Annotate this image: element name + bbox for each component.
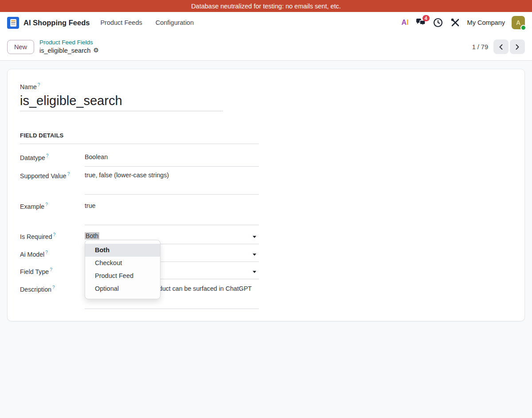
name-input[interactable] — [20, 93, 223, 111]
messages-icon[interactable]: 4 — [415, 17, 426, 28]
breadcrumb: Product Feed Fields is_eligible_search ⚙ — [39, 39, 99, 55]
section-title: FIELD DETAILS — [20, 132, 259, 144]
supported-value-value[interactable]: true, false (lower-case strings) — [85, 171, 259, 195]
datatype-label: Datatype? — [20, 152, 85, 167]
nav-menus: Product Feeds Configuration — [100, 19, 194, 26]
neutralized-banner: Database neutralized for testing: no ema… — [0, 0, 532, 12]
dropdown-option-both[interactable]: Both — [85, 244, 160, 257]
breadcrumb-current: is_eligible_search ⚙ — [39, 47, 99, 55]
is-required-help-marker[interactable]: ? — [53, 232, 56, 237]
field-type-label: Field Type? — [20, 266, 85, 279]
pager-value: 1 / 79 — [472, 43, 488, 51]
dropdown-option-product-feed[interactable]: Product Feed — [85, 270, 160, 282]
dropdown-option-optional[interactable]: Optional — [85, 282, 160, 295]
field-row-datatype: Datatype? Boolean — [20, 152, 259, 167]
chevron-left-icon — [498, 44, 504, 50]
chevron-down-icon — [253, 236, 256, 238]
description-label: Description? — [20, 284, 85, 309]
example-value[interactable]: true — [85, 201, 259, 225]
content-area: Name? FIELD DETAILS Datatype? Boolean Su… — [0, 61, 532, 418]
field-row-example: Example? true — [20, 201, 259, 225]
breadcrumb-parent-link[interactable]: Product Feed Fields — [39, 39, 99, 47]
dropdown-option-checkout[interactable]: Checkout — [85, 257, 160, 270]
field-type-help-marker[interactable]: ? — [50, 267, 52, 272]
app-icon[interactable] — [7, 17, 19, 29]
feed-document-icon — [10, 19, 16, 27]
description-help-marker[interactable]: ? — [52, 285, 55, 290]
example-label: Example? — [20, 201, 85, 225]
chevron-right-icon — [515, 44, 520, 50]
menu-configuration[interactable]: Configuration — [156, 19, 194, 26]
banner-text: Database neutralized for testing: no ema… — [191, 3, 341, 10]
systray: AI 4 My Company A — [402, 16, 525, 29]
app-name[interactable]: AI Shopping Feeds — [23, 19, 90, 27]
supported-value-label: Supported Value? — [20, 171, 85, 195]
clock-icon — [433, 18, 443, 27]
debug-tools-icon[interactable] — [450, 17, 461, 28]
wrench-screwdriver-icon — [450, 18, 460, 27]
breadcrumb-current-label: is_eligible_search — [39, 47, 90, 55]
supported-value-help-marker[interactable]: ? — [67, 172, 70, 176]
example-help-marker[interactable]: ? — [45, 202, 48, 207]
navbar: AI Shopping Feeds Product Feeds Configur… — [0, 12, 532, 33]
online-status-dot — [520, 25, 526, 31]
is-required-selected-text: Both — [85, 232, 99, 239]
chevron-down-icon — [253, 254, 256, 256]
is-required-dropdown-menu: Both Checkout Product Feed Optional — [85, 240, 160, 299]
datatype-help-marker[interactable]: ? — [46, 153, 49, 158]
ai-model-help-marker[interactable]: ? — [45, 250, 48, 255]
pager-next-button[interactable] — [510, 39, 525, 54]
new-button[interactable]: New — [7, 40, 34, 54]
field-row-supported-value: Supported Value? true, false (lower-case… — [20, 171, 259, 195]
action-gear-icon[interactable]: ⚙ — [93, 47, 99, 55]
activities-clock-icon[interactable] — [433, 17, 443, 28]
ai-assistant-icon[interactable]: AI — [402, 19, 409, 27]
is-required-label: Is Required? — [20, 231, 85, 244]
user-menu[interactable]: A — [512, 16, 525, 29]
name-help-marker[interactable]: ? — [38, 82, 40, 87]
datatype-value[interactable]: Boolean — [85, 152, 259, 167]
name-label: Name? — [20, 82, 512, 90]
menu-product-feeds[interactable]: Product Feeds — [100, 19, 142, 26]
chevron-down-icon — [253, 271, 256, 273]
ai-model-label: Ai Model? — [20, 249, 85, 262]
pager: 1 / 79 — [472, 39, 525, 54]
company-switcher[interactable]: My Company — [467, 19, 505, 26]
pager-previous-button[interactable] — [493, 39, 509, 54]
control-panel: New Product Feed Fields is_eligible_sear… — [0, 33, 532, 61]
message-count-badge: 4 — [422, 15, 430, 21]
form-sheet: Name? FIELD DETAILS Datatype? Boolean Su… — [7, 69, 525, 321]
